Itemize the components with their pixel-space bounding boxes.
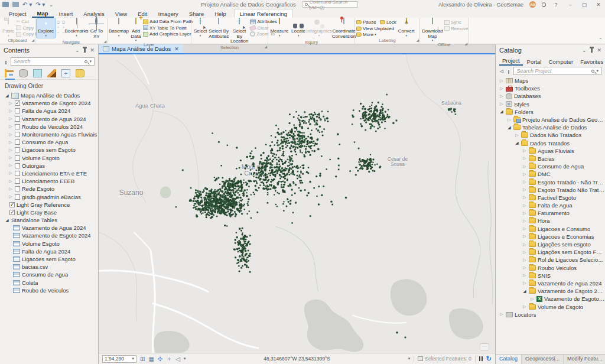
paste-button[interactable]: Paste▾ <box>1 18 15 38</box>
layer-checkbox[interactable] <box>15 124 20 129</box>
back-icon[interactable]: ⊲ <box>499 68 504 74</box>
contents-search-input[interactable]: Search ▾ <box>11 57 95 66</box>
expander-icon[interactable]: ▷ <box>8 155 13 160</box>
expander-icon[interactable]: ▷ <box>522 172 527 177</box>
layer-row[interactable]: Vazamento de Agua 2024 <box>0 224 98 232</box>
expander-icon[interactable]: ▷ <box>522 180 527 184</box>
layer-row[interactable]: Light Gray Base <box>0 209 98 216</box>
add-data-button[interactable]: Add Data▾ <box>129 18 142 42</box>
layer-row[interactable]: ▷Falta de Agua 2024 <box>0 107 98 115</box>
locate-button[interactable]: Locate▾ <box>290 18 307 38</box>
expander-icon[interactable]: ▷ <box>530 297 535 301</box>
catalog-item[interactable]: ▷Vazamento de Esgoto 2024.xlsx <box>496 295 605 303</box>
catalog-item[interactable]: ▷Bacias <box>496 155 605 162</box>
expander-icon[interactable]: ◢ <box>5 218 9 223</box>
layer-row[interactable]: ▷gisdb.gisadmin.eBacias <box>0 193 98 200</box>
expander-icon[interactable]: ▷ <box>8 187 13 191</box>
expander-icon[interactable]: ▷ <box>522 195 527 200</box>
refresh-map-icon[interactable]: ↻ <box>486 355 492 363</box>
close-panel-icon[interactable]: ✕ <box>90 47 95 53</box>
infographics-button[interactable]: Infographics▾ <box>307 18 331 38</box>
expander-icon[interactable]: ▷ <box>8 171 13 176</box>
bookmarks-button[interactable]: Bookmarks▾ <box>67 18 87 38</box>
expander-icon[interactable]: ▷ <box>522 258 527 262</box>
expander-icon[interactable]: ▷ <box>8 194 13 199</box>
signed-in-user[interactable]: Alexsandro de Oliveira - GeoSemae <box>438 2 523 8</box>
layer-row[interactable]: Roubo de Veiculos <box>0 287 98 294</box>
download-map-button[interactable]: Download Map▾ <box>421 18 444 42</box>
avatar[interactable]: AD <box>529 1 536 8</box>
ribbon-tab-imagery[interactable]: Imagery <box>153 9 184 18</box>
catalog-item[interactable]: ▷Ligacoes e Consumo <box>496 225 605 233</box>
expander-icon[interactable]: ◢ <box>515 141 519 145</box>
sound-icon[interactable]: ◁ <box>175 356 180 362</box>
ribbon-tab-map[interactable]: Map <box>32 9 54 18</box>
layer-row[interactable]: ◢Standalone Tables <box>0 216 98 224</box>
catalog-item[interactable]: ▷Toolboxes <box>496 84 605 92</box>
list-by-selection-icon[interactable] <box>33 69 42 77</box>
catalog-tab-computer[interactable]: Computer <box>545 58 576 66</box>
catalog-item[interactable]: ▷Esgoto Tratado Não Tratado (arcgis) <box>496 186 605 194</box>
layer-checkbox[interactable] <box>15 147 20 152</box>
layer-row[interactable]: Vazamento de Esgoto 2024 <box>0 232 98 239</box>
select-by-attributes-button[interactable]: Select By Attributes <box>209 18 229 40</box>
expander-icon[interactable]: ◢ <box>522 289 527 294</box>
catalog-item[interactable]: ◢Dados Tratados <box>496 139 605 147</box>
catalog-item[interactable]: ▷Ligações sem Esgoto Factivel Potencial <box>496 248 605 256</box>
collapse-ribbon-button[interactable]: ⌃ <box>599 37 603 43</box>
layer-row[interactable]: Volume Esgoto <box>0 240 98 248</box>
expander-icon[interactable]: ▷ <box>8 109 13 113</box>
expander-icon[interactable]: ▷ <box>515 133 519 138</box>
expander-icon[interactable]: ▷ <box>522 226 527 231</box>
expander-icon[interactable]: ▷ <box>522 273 527 278</box>
notification-bubble-icon[interactable]: ··· <box>480 343 489 350</box>
save-icon[interactable] <box>2 2 9 7</box>
basemap-button[interactable]: Basemap▾ <box>109 18 129 38</box>
coordinates-readout[interactable]: 46,3146607°W 23,5431309°S <box>264 356 330 362</box>
add-data-from-path-button[interactable]: Add Data From Path <box>143 19 193 25</box>
layer-checkbox[interactable] <box>15 100 20 106</box>
catalog-item[interactable]: ▷Projeto Analise de Dados Geograficos <box>496 116 605 124</box>
notifications-icon[interactable] <box>542 2 546 6</box>
ribbon-tab-project[interactable]: Project <box>4 9 32 18</box>
layer-row[interactable]: ▷Vazamento de Agua 2024 <box>0 115 98 123</box>
dock-tab-catalog[interactable]: Catalog <box>496 355 522 364</box>
layer-row[interactable]: bacias.csv <box>0 263 98 271</box>
catalog-item[interactable]: ▷Hora <box>496 217 605 225</box>
layer-checkbox[interactable] <box>9 210 15 215</box>
xy-table-to-point-button[interactable]: xyXY Table To Point <box>143 25 193 31</box>
layer-checkbox[interactable] <box>15 108 20 113</box>
view-unplaced-button[interactable]: View Unplaced <box>356 26 396 32</box>
layer-row[interactable]: ▷Volume Esgoto <box>0 154 98 162</box>
add-graphics-layer-button[interactable]: Add Graphics Layer <box>143 31 193 37</box>
expander-icon[interactable]: ▷ <box>522 203 527 208</box>
list-by-labeling-icon[interactable] <box>76 69 84 77</box>
help-button[interactable]: ? <box>552 2 560 8</box>
layer-row[interactable]: Light Gray Reference <box>0 201 98 209</box>
select-button[interactable]: Select▾ <box>193 18 208 38</box>
catalog-item[interactable]: ▷Locators <box>496 311 605 318</box>
expander-icon[interactable]: ▷ <box>522 304 527 309</box>
go-to-xy-button[interactable]: Go To XY <box>87 18 106 40</box>
close-button[interactable]: ✕ <box>594 2 603 8</box>
expander-icon[interactable]: ▷ <box>522 265 527 270</box>
map-view[interactable]: Água ChataSuzanoMogi dasCruzesCesar deSo… <box>99 54 495 353</box>
expander-icon[interactable]: ◢ <box>507 125 512 130</box>
expander-icon[interactable]: ▷ <box>522 219 527 223</box>
catalog-tab-project[interactable]: Project <box>499 57 523 66</box>
catalog-item[interactable]: ▷Aguas Fluviais <box>496 147 605 155</box>
coordinate-conversion-button[interactable]: Coordinate Conversion <box>331 18 356 40</box>
expander-icon[interactable]: ▷ <box>499 94 504 99</box>
layer-checkbox[interactable] <box>15 132 20 137</box>
layer-row[interactable]: Coleta <box>0 279 98 287</box>
expander-icon[interactable]: ▷ <box>522 234 527 239</box>
expander-icon[interactable]: ▷ <box>522 156 527 161</box>
sync-button[interactable]: Sync <box>444 20 469 25</box>
layer-row[interactable]: ◢Mapa Análise de Dados <box>0 92 98 99</box>
catalog-tab-portal[interactable]: Portal <box>524 58 545 66</box>
catalog-item[interactable]: ▷Styles <box>496 100 605 108</box>
select-by-location-button[interactable]: Select By Location <box>229 18 249 45</box>
command-search-input[interactable]: Command Search (Alt+Q) <box>302 1 358 8</box>
layer-row[interactable]: ▷Rede Esgoto <box>0 185 98 193</box>
pin-icon[interactable] <box>591 48 593 53</box>
